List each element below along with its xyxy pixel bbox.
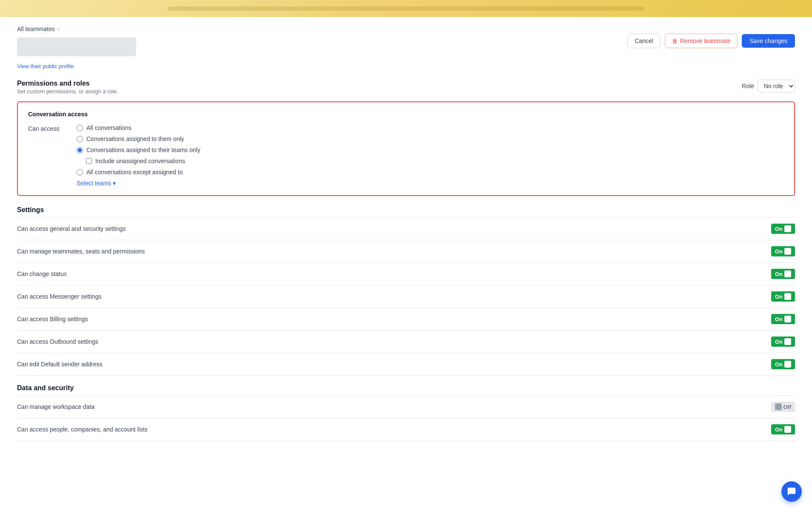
toggle-button[interactable]: On	[771, 314, 795, 324]
header-actions: Cancel 🗑 Remove teammate Save changes	[627, 34, 795, 48]
settings-row: Can change statusOn	[17, 263, 795, 285]
role-label: Role	[742, 83, 754, 89]
role-selector: Role No role	[742, 80, 795, 92]
permissions-subtitle: Set custom permissions, or assign a role…	[17, 88, 118, 95]
view-public-profile-link[interactable]: View their public profile	[17, 63, 795, 69]
radio-assigned-teams[interactable]	[77, 147, 83, 153]
data-security-row: Can access people, companies, and accoun…	[17, 418, 795, 441]
toggle-wrapper: On	[771, 337, 795, 347]
select-teams-chevron: ▾	[113, 180, 116, 187]
settings-section-title: Settings	[17, 206, 795, 218]
permissions-title: Permissions and roles	[17, 80, 118, 87]
breadcrumb-all-teammates[interactable]: All teammates	[17, 26, 55, 32]
toggle-button[interactable]: On	[771, 246, 795, 256]
settings-row-label: Can edit Default sender address	[17, 361, 103, 368]
toggle-button[interactable]: On	[771, 424, 795, 434]
settings-row-label: Can access Billing settings	[17, 316, 88, 322]
option-assigned-them-label: Conversations assigned to them only	[86, 135, 184, 142]
permissions-section-header: Permissions and roles Set custom permiss…	[17, 80, 795, 95]
option-include-unassigned[interactable]: Include unassigned conversations	[86, 158, 200, 164]
settings-row-label: Can access general and security settings	[17, 225, 126, 232]
can-access-row: Can access All conversations Conversatio…	[28, 124, 784, 187]
option-assigned-teams[interactable]: Conversations assigned to their teams on…	[77, 147, 200, 153]
can-access-label: Can access	[28, 124, 66, 187]
permissions-title-block: Permissions and roles Set custom permiss…	[17, 80, 118, 95]
option-all-conversations[interactable]: All conversations	[77, 124, 200, 131]
data-security-title: Data and security	[17, 376, 795, 396]
settings-row-label: Can access Messenger settings	[17, 293, 101, 300]
select-teams-label: Select teams	[77, 180, 111, 187]
breadcrumb-chevron: ›	[57, 26, 60, 32]
cancel-button[interactable]: Cancel	[627, 34, 660, 48]
avatar-placeholder	[17, 37, 136, 56]
radio-assigned-them[interactable]	[77, 136, 83, 142]
trash-icon: 🗑	[672, 38, 678, 44]
role-dropdown[interactable]: No role	[758, 80, 795, 92]
toggle-wrapper: On	[771, 359, 795, 369]
settings-row: Can access Billing settingsOn	[17, 308, 795, 331]
option-except-assigned-label: All conversations except assigned to	[86, 169, 183, 175]
toggle-wrapper: On	[771, 314, 795, 324]
data-security-row-label: Can manage workspace data	[17, 403, 94, 410]
conversation-access-box: Conversation access Can access All conve…	[17, 101, 795, 196]
toggle-button[interactable]: On	[771, 269, 795, 279]
settings-row-label: Can manage teammates, seats and permissi…	[17, 248, 145, 255]
include-unassigned-label: Include unassigned conversations	[95, 158, 185, 164]
toggle-button[interactable]: On	[771, 224, 795, 234]
conversation-access-title: Conversation access	[28, 111, 784, 118]
settings-row: Can access general and security settings…	[17, 218, 795, 240]
settings-row: Can manage teammates, seats and permissi…	[17, 240, 795, 263]
toggle-button[interactable]: Off	[771, 402, 795, 412]
toggle-wrapper: Off	[771, 402, 795, 412]
save-changes-button[interactable]: Save changes	[742, 34, 795, 48]
radio-except-assigned[interactable]	[77, 169, 83, 175]
main-content: All teammates › Cancel 🗑 Remove teammate…	[0, 17, 812, 449]
data-security-row-label: Can access people, companies, and accoun…	[17, 426, 148, 433]
remove-teammate-label: Remove teammate	[680, 37, 730, 44]
checkbox-include-unassigned[interactable]	[86, 158, 92, 164]
select-teams-link[interactable]: Select teams ▾	[77, 180, 200, 187]
settings-rows: Can access general and security settings…	[17, 218, 795, 376]
settings-row: Can access Messenger settingsOn	[17, 285, 795, 308]
breadcrumb-block: All teammates ›	[17, 26, 136, 56]
radio-options: All conversations Conversations assigned…	[77, 124, 200, 187]
breadcrumb: All teammates ›	[17, 26, 136, 32]
settings-row: Can access Outbound settingsOn	[17, 331, 795, 353]
settings-row-label: Can access Outbound settings	[17, 338, 98, 345]
top-bar-decoration	[168, 6, 645, 11]
top-bar	[0, 0, 812, 17]
toggle-button[interactable]: On	[771, 291, 795, 302]
data-security-row: Can manage workspace dataOff	[17, 396, 795, 418]
option-except-assigned[interactable]: All conversations except assigned to	[77, 169, 200, 175]
settings-row-label: Can change status	[17, 270, 67, 277]
option-assigned-them[interactable]: Conversations assigned to them only	[77, 135, 200, 142]
data-security-rows: Can manage workspace dataOffCan access p…	[17, 396, 795, 441]
toggle-wrapper: On	[771, 269, 795, 279]
toggle-button[interactable]: On	[771, 359, 795, 369]
option-assigned-teams-label: Conversations assigned to their teams on…	[86, 147, 200, 153]
remove-teammate-button[interactable]: 🗑 Remove teammate	[665, 34, 738, 48]
header-row: All teammates › Cancel 🗑 Remove teammate…	[17, 26, 795, 56]
radio-all-conversations[interactable]	[77, 125, 83, 131]
toggle-wrapper: On	[771, 224, 795, 234]
toggle-wrapper: On	[771, 246, 795, 256]
settings-row: Can edit Default sender addressOn	[17, 353, 795, 376]
toggle-button[interactable]: On	[771, 337, 795, 347]
option-all-conversations-label: All conversations	[86, 124, 132, 131]
toggle-wrapper: On	[771, 424, 795, 434]
toggle-wrapper: On	[771, 291, 795, 302]
